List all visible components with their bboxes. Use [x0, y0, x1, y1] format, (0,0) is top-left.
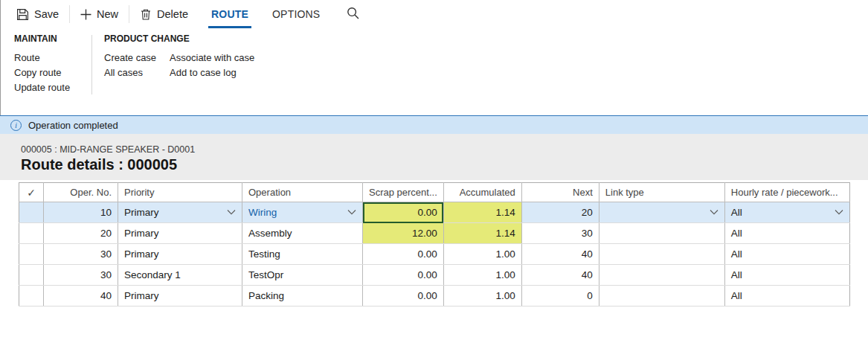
grid-row: 40PrimaryPacking0.001.000All [19, 286, 850, 306]
row-selector-cell[interactable] [19, 244, 44, 265]
cell-value: 10 [100, 207, 112, 218]
cell-scrap[interactable]: 12.00 [363, 223, 444, 244]
ribbon-link-all-cases[interactable]: All cases [104, 65, 156, 80]
column-header-scrap[interactable]: Scrap percent... [363, 183, 444, 202]
cell-accumulated[interactable]: 1.00 [443, 244, 521, 265]
column-header-hourly[interactable]: Hourly rate / piecework... [724, 183, 849, 202]
cell-hourly[interactable]: All [724, 265, 849, 286]
chevron-down-icon[interactable] [222, 210, 236, 215]
cell-next[interactable]: 30 [521, 223, 599, 244]
column-header-oper_no[interactable]: Oper. No. [44, 183, 118, 202]
cell-value: 40 [582, 269, 593, 280]
cell-link_type[interactable] [599, 286, 724, 306]
cell-link_type[interactable] [599, 265, 724, 286]
column-header-select-all[interactable]: ✓ [19, 183, 44, 202]
cell-scrap[interactable]: 0.00 [363, 244, 444, 265]
cell-value: Assembly [248, 228, 292, 239]
ribbon-link-route[interactable]: Route [14, 51, 70, 65]
search-button[interactable] [342, 0, 364, 28]
cell-accumulated[interactable]: 1.14 [443, 202, 521, 223]
ribbon-link-copy-route[interactable]: Copy route [14, 65, 70, 80]
grid-header-row: ✓Oper. No.PriorityOperationScrap percent… [19, 183, 850, 202]
chrome-gap [0, 99, 868, 115]
cell-operation[interactable]: Assembly [242, 223, 363, 244]
cell-oper_no[interactable]: 40 [44, 286, 118, 306]
cell-oper_no[interactable]: 30 [44, 265, 118, 286]
cell-hourly[interactable]: All [724, 202, 849, 223]
cell-oper_no[interactable]: 30 [44, 244, 118, 265]
cell-operation[interactable]: TestOpr [242, 265, 363, 286]
cell-value: 0.00 [418, 207, 437, 218]
cell-value: 1.00 [496, 290, 515, 301]
cell-next[interactable]: 0 [521, 286, 599, 306]
cell-next[interactable]: 20 [521, 202, 599, 223]
row-selector-cell[interactable] [19, 265, 44, 286]
column-header-operation[interactable]: Operation [242, 183, 363, 202]
operation-link[interactable]: Wiring [248, 207, 277, 218]
ribbon-group-maintain: MAINTAIN Route Copy route Update route [14, 33, 80, 99]
ribbon-group-product-change: PRODUCT CHANGE Create case All cases Ass… [104, 33, 254, 99]
column-header-priority[interactable]: Priority [118, 183, 242, 202]
message-bar: i Operation completed [0, 115, 868, 134]
chevron-down-icon[interactable] [343, 210, 356, 215]
column-header-next[interactable]: Next [521, 183, 599, 202]
tab-route[interactable]: ROUTE [208, 0, 251, 28]
cell-accumulated[interactable]: 1.00 [443, 286, 521, 306]
cell-priority[interactable]: Secondary 1 [118, 265, 242, 286]
cell-hourly[interactable]: All [724, 223, 849, 244]
cell-link_type[interactable] [599, 244, 724, 265]
cell-priority[interactable]: Primary [118, 202, 242, 223]
cell-scrap[interactable]: 0.00 [363, 286, 444, 306]
cell-oper_no[interactable]: 20 [44, 223, 118, 244]
route-operations-grid: ✓Oper. No.PriorityOperationScrap percent… [19, 182, 850, 306]
cell-value: 1.14 [496, 207, 515, 218]
row-selector-cell[interactable] [19, 286, 44, 306]
new-button[interactable]: New [71, 0, 128, 28]
top-chrome: Save New Delete ROUTE OPTIO [0, 0, 868, 99]
row-selector-cell[interactable] [19, 223, 44, 244]
row-selector-cell[interactable] [19, 202, 44, 223]
cell-value: Primary [124, 248, 159, 260]
save-button[interactable]: Save [7, 0, 68, 28]
chevron-down-icon[interactable] [830, 210, 843, 215]
cell-link_type[interactable] [599, 223, 724, 244]
cell-operation[interactable]: Testing [242, 244, 363, 265]
cell-value: All [731, 290, 742, 301]
cell-next[interactable]: 40 [521, 244, 599, 265]
ribbon-link-associate-with-case[interactable]: Associate with case [170, 51, 254, 65]
cell-oper_no[interactable]: 10 [44, 202, 118, 223]
cell-scrap[interactable]: 0.00 [363, 202, 444, 223]
tab-options[interactable]: OPTIONS [269, 0, 323, 28]
cell-value: All [731, 207, 742, 218]
cell-hourly[interactable]: All [724, 244, 849, 265]
cell-link_type[interactable] [599, 202, 724, 223]
ribbon-link-create-case[interactable]: Create case [104, 51, 156, 65]
cell-priority[interactable]: Primary [118, 223, 242, 244]
ribbon-link-update-route[interactable]: Update route [14, 80, 70, 95]
cell-scrap[interactable]: 0.00 [363, 265, 444, 286]
cell-value: 30 [100, 248, 112, 260]
cell-operation[interactable]: Packing [242, 286, 363, 306]
cell-priority[interactable]: Primary [118, 286, 242, 306]
cell-hourly[interactable]: All [724, 286, 849, 306]
cell-next[interactable]: 40 [521, 265, 599, 286]
chevron-down-icon[interactable] [705, 210, 718, 215]
search-icon [347, 7, 359, 22]
column-header-link_type[interactable]: Link type [599, 183, 724, 202]
cell-accumulated[interactable]: 1.00 [443, 265, 521, 286]
cell-value: 30 [100, 269, 112, 280]
cell-operation[interactable]: Wiring [242, 202, 363, 223]
cell-value: 12.00 [412, 228, 437, 239]
ribbon-link-add-to-case-log[interactable]: Add to case log [170, 65, 254, 80]
delete-button[interactable]: Delete [130, 0, 198, 28]
column-header-accumulated[interactable]: Accumulated [443, 183, 521, 202]
cell-priority[interactable]: Primary [118, 244, 242, 265]
tab-options-label: OPTIONS [272, 8, 320, 20]
save-icon [16, 8, 29, 21]
cell-value: All [731, 269, 742, 280]
tab-route-label: ROUTE [211, 8, 248, 20]
plus-icon [80, 9, 91, 20]
cell-value: Primary [124, 290, 159, 301]
grid-container: ✓Oper. No.PriorityOperationScrap percent… [19, 182, 868, 306]
cell-accumulated[interactable]: 1.14 [443, 223, 521, 244]
